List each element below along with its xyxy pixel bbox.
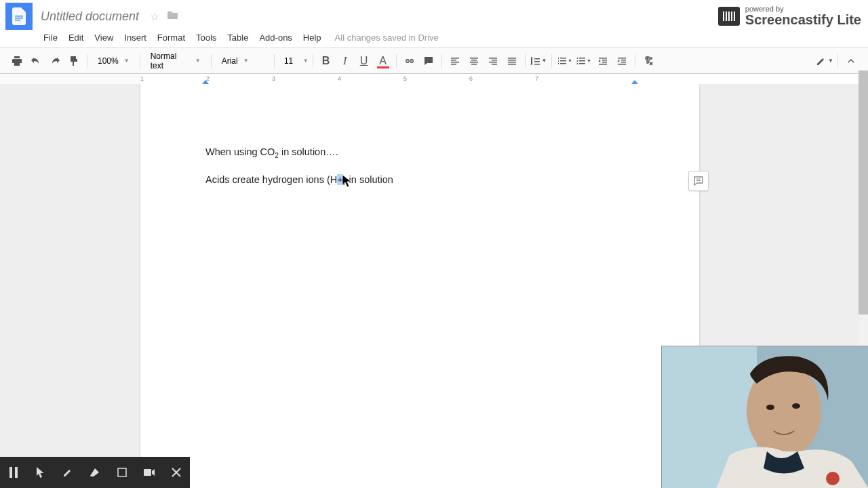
svg-point-4: [577, 60, 578, 62]
menu-insert[interactable]: Insert: [119, 30, 152, 45]
bullet-list-icon[interactable]: ▼: [575, 52, 593, 70]
svg-rect-15: [118, 468, 126, 476]
ruler: 1 2 3 4 5 6 7: [0, 74, 868, 85]
document-title[interactable]: Untitled document: [41, 9, 139, 24]
webcam-overlay[interactable]: [661, 346, 868, 488]
svg-rect-16: [144, 469, 151, 476]
print-icon[interactable]: [8, 52, 26, 70]
pause-recording-icon[interactable]: [0, 457, 27, 488]
menu-table[interactable]: Table: [222, 30, 254, 45]
align-center-icon[interactable]: [465, 52, 483, 70]
paint-format-icon[interactable]: [65, 52, 83, 70]
svg-text:T: T: [645, 56, 650, 63]
svg-point-11: [792, 403, 800, 409]
pen-tool-icon[interactable]: [54, 457, 81, 488]
svg-rect-1: [15, 18, 23, 19]
recording-toolbar: [0, 457, 190, 488]
menu-help[interactable]: Help: [298, 30, 327, 45]
svg-rect-14: [15, 467, 18, 478]
folder-icon[interactable]: [167, 10, 178, 22]
numbered-list-icon[interactable]: ▼: [556, 52, 574, 70]
doc-line-2[interactable]: Acids create hydrogen ions (H+) in solut…: [205, 173, 634, 188]
star-icon[interactable]: ☆: [150, 10, 159, 23]
clear-formatting-icon[interactable]: T: [639, 52, 657, 70]
menu-view[interactable]: View: [89, 30, 119, 45]
menu-edit[interactable]: Edit: [63, 30, 89, 45]
svg-point-5: [577, 63, 578, 64]
align-right-icon[interactable]: [484, 52, 502, 70]
bold-icon[interactable]: B: [317, 52, 335, 70]
link-icon[interactable]: [401, 52, 418, 70]
menu-format[interactable]: Format: [152, 30, 191, 45]
align-left-icon[interactable]: [446, 52, 464, 70]
redo-icon[interactable]: [46, 52, 64, 70]
webcam-toggle-icon[interactable]: [136, 457, 163, 488]
focus-tool-icon[interactable]: [108, 457, 136, 488]
expand-toolbar-icon[interactable]: [842, 52, 860, 70]
add-comment-button[interactable]: [688, 171, 709, 191]
text-selection[interactable]: +: [337, 174, 342, 185]
save-status: All changes saved in Drive: [335, 33, 439, 43]
document-page[interactable]: When using CO2 in solution…. Acids creat…: [140, 84, 699, 488]
style-select[interactable]: Normal text▼: [144, 52, 207, 70]
comment-icon[interactable]: [420, 52, 437, 70]
undo-icon[interactable]: [27, 52, 45, 70]
underline-icon[interactable]: U: [355, 52, 373, 70]
font-select[interactable]: Arial▼: [216, 52, 270, 70]
svg-point-3: [577, 58, 578, 59]
docs-logo[interactable]: [5, 3, 33, 30]
svg-point-12: [826, 472, 840, 485]
toolbar: 100%▼ Normal text▼ Arial▼ ▼ B I U A ▼ ▼ …: [0, 48, 868, 74]
svg-rect-13: [9, 467, 12, 478]
eraser-tool-icon[interactable]: [81, 457, 108, 488]
menu-file[interactable]: File: [38, 30, 63, 45]
zoom-select[interactable]: 100%▼: [92, 52, 136, 70]
menu-tools[interactable]: Tools: [191, 30, 222, 45]
editing-mode-icon[interactable]: ▼: [816, 52, 833, 70]
menu-addons[interactable]: Add-ons: [254, 30, 297, 45]
scrollbar-thumb[interactable]: [859, 70, 868, 314]
svg-point-10: [766, 405, 774, 410]
align-justify-icon[interactable]: [503, 52, 521, 70]
svg-rect-0: [15, 16, 23, 17]
indent-icon[interactable]: [613, 52, 631, 70]
close-recording-icon[interactable]: [163, 457, 190, 488]
outdent-icon[interactable]: [594, 52, 612, 70]
film-icon: [718, 7, 740, 26]
font-size-input[interactable]: [279, 56, 299, 66]
line-spacing-icon[interactable]: ▼: [530, 52, 547, 70]
svg-rect-2: [15, 20, 20, 21]
italic-icon[interactable]: I: [336, 52, 354, 70]
doc-line-1[interactable]: When using CO2 in solution….: [205, 145, 634, 161]
cursor-tool-icon[interactable]: [27, 457, 54, 488]
text-color-icon[interactable]: A: [374, 52, 392, 70]
screencastify-watermark: powered by Screencastify Lite: [715, 4, 864, 28]
